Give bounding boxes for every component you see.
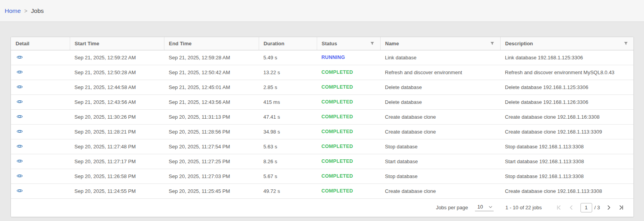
name-filter-button[interactable] <box>489 40 496 46</box>
cell-name: Stop database <box>380 169 500 184</box>
view-detail-button[interactable] <box>16 83 23 91</box>
pagination-range-text: 1 - 10 of 22 jobs <box>505 205 542 210</box>
cell-start-time: Sep 20, 2025, 11:24:55 PM <box>70 184 164 198</box>
cell-start-time: Sep 20, 2025, 11:30:26 PM <box>70 109 164 124</box>
status-filter-button[interactable] <box>369 40 376 46</box>
cell-description: Stop database 192.168.1.113:3308 <box>500 139 633 154</box>
cell-duration: 34.98 s <box>259 124 317 139</box>
cell-status: COMPLETED <box>317 109 380 124</box>
cell-end-time: Sep 21, 2025, 12:50:42 AM <box>164 65 259 80</box>
cell-end-time: Sep 20, 2025, 11:28:56 PM <box>164 124 259 139</box>
cell-end-time: Sep 21, 2025, 12:59:28 AM <box>164 50 259 65</box>
next-page-button[interactable] <box>605 204 612 211</box>
cell-name: Delete database <box>380 80 500 94</box>
column-header-detail[interactable]: Detail <box>11 37 70 50</box>
cell-start-time: Sep 21, 2025, 12:43:56 AM <box>70 94 164 109</box>
jobs-datagrid: Detail Start Time End Time Duration Stat… <box>11 37 634 217</box>
cell-detail <box>11 80 70 94</box>
eye-icon <box>16 173 23 179</box>
first-page-button[interactable] <box>556 204 563 211</box>
column-header-label: Detail <box>16 41 29 46</box>
cell-start-time: Sep 20, 2025, 11:28:21 PM <box>70 124 164 139</box>
cell-status: COMPLETED <box>317 124 380 139</box>
cell-status: COMPLETED <box>317 80 380 94</box>
cell-description: Delete database 192.168.1.125:3306 <box>500 80 633 94</box>
view-detail-button[interactable] <box>16 112 23 120</box>
cell-duration: 8.26 s <box>259 154 317 169</box>
view-detail-button[interactable] <box>16 53 23 61</box>
chevron-right-icon <box>606 205 612 210</box>
cell-duration: 13.22 s <box>259 65 317 80</box>
cell-duration: 2.85 s <box>259 80 317 94</box>
previous-page-button[interactable] <box>568 204 575 211</box>
table-row: Sep 21, 2025, 12:44:58 AM Sep 21, 2025, … <box>11 80 633 94</box>
jobs-per-page-label: Jobs per page <box>436 205 468 210</box>
eye-icon <box>16 158 23 164</box>
cell-description: Create database clone 192.168.1.113:3308 <box>500 184 633 198</box>
first-page-icon <box>556 205 562 210</box>
cell-detail <box>11 169 70 184</box>
column-header-label: End Time <box>169 41 192 46</box>
pagination-controls: / 3 <box>553 203 627 212</box>
cell-detail <box>11 50 70 65</box>
column-header-name[interactable]: Name <box>380 37 500 50</box>
column-header-description[interactable]: Description <box>500 37 633 50</box>
cell-detail <box>11 65 70 80</box>
column-header-duration[interactable]: Duration <box>259 37 317 50</box>
eye-icon <box>16 98 23 105</box>
view-detail-button[interactable] <box>16 157 23 165</box>
cell-name: Create database clone <box>380 109 500 124</box>
cell-start-time: Sep 21, 2025, 12:59:22 AM <box>70 50 164 65</box>
cell-description: Refresh and discover environment MySQL8.… <box>500 65 633 80</box>
main-content: Detail Start Time End Time Duration Stat… <box>0 22 644 217</box>
cell-start-time: Sep 20, 2025, 11:26:58 PM <box>70 169 164 184</box>
cell-duration: 47.41 s <box>259 109 317 124</box>
cell-end-time: Sep 21, 2025, 12:45:01 AM <box>164 80 259 94</box>
cell-detail <box>11 154 70 169</box>
view-detail-button[interactable] <box>16 127 23 135</box>
cell-status: COMPLETED <box>317 169 380 184</box>
table-row: Sep 21, 2025, 12:59:22 AM Sep 21, 2025, … <box>11 50 633 65</box>
cell-description: Delete database 192.168.1.126:3306 <box>500 94 633 109</box>
breadcrumb-separator: > <box>24 8 27 14</box>
last-page-icon <box>618 205 624 210</box>
cell-status: COMPLETED <box>317 154 380 169</box>
eye-icon <box>16 69 23 75</box>
eye-icon <box>16 54 23 61</box>
filter-icon <box>490 41 494 46</box>
table-row: Sep 21, 2025, 12:43:56 AM Sep 21, 2025, … <box>11 94 633 109</box>
view-detail-button[interactable] <box>16 68 23 76</box>
table-row: Sep 20, 2025, 11:27:48 PM Sep 20, 2025, … <box>11 139 633 154</box>
cell-name: Start database <box>380 154 500 169</box>
table-row: Sep 20, 2025, 11:30:26 PM Sep 20, 2025, … <box>11 109 633 124</box>
cell-end-time: Sep 21, 2025, 12:43:56 AM <box>164 94 259 109</box>
view-detail-button[interactable] <box>16 172 23 180</box>
datagrid-footer: Jobs per page 10 1 - 10 of 22 jobs / 3 <box>11 199 633 217</box>
column-header-start-time[interactable]: Start Time <box>70 37 164 50</box>
column-header-end-time[interactable]: End Time <box>164 37 259 50</box>
description-filter-button[interactable] <box>623 40 629 46</box>
view-detail-button[interactable] <box>16 187 23 194</box>
breadcrumb: Home > Jobs <box>5 7 44 14</box>
cell-detail <box>11 94 70 109</box>
last-page-button[interactable] <box>618 204 625 211</box>
view-detail-button[interactable] <box>16 142 23 150</box>
cell-start-time: Sep 20, 2025, 11:27:17 PM <box>70 154 164 169</box>
cell-name: Create database clone <box>380 124 500 139</box>
page-title: Jobs <box>31 7 44 14</box>
eye-icon <box>16 113 23 120</box>
breadcrumb-home-link[interactable]: Home <box>5 7 21 14</box>
current-page-input[interactable] <box>580 203 592 212</box>
cell-detail <box>11 109 70 124</box>
cell-detail <box>11 124 70 139</box>
cell-name: Delete database <box>380 94 500 109</box>
eye-icon <box>16 143 23 150</box>
column-header-status[interactable]: Status <box>317 37 380 50</box>
cell-detail <box>11 139 70 154</box>
cell-description: Start database 192.168.1.113:3308 <box>500 154 633 169</box>
view-detail-button[interactable] <box>16 98 23 105</box>
column-header-label: Duration <box>264 41 284 46</box>
filter-icon <box>370 41 374 46</box>
jobs-per-page-select[interactable]: 10 <box>475 204 494 211</box>
cell-name: Create database clone <box>380 184 500 198</box>
